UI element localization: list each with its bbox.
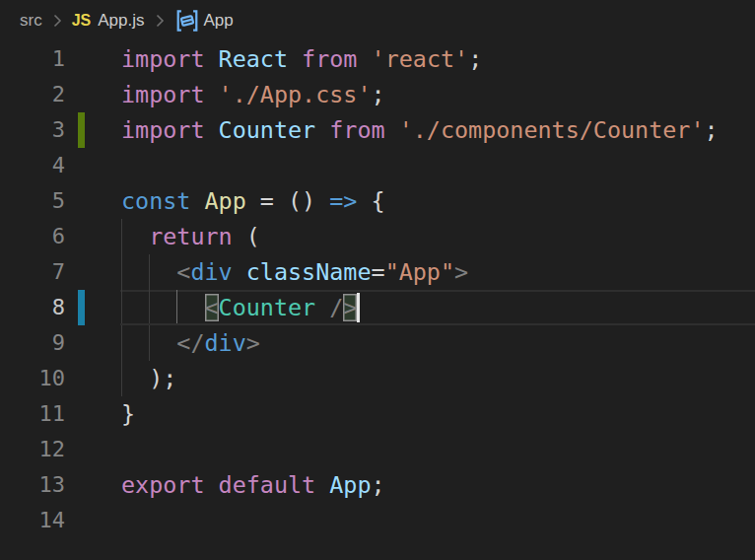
module-symbol-icon bbox=[174, 9, 200, 33]
code-line[interactable]: 9 </div> bbox=[0, 325, 755, 361]
code-line[interactable]: 11} bbox=[0, 396, 755, 432]
line-number[interactable]: 12 bbox=[0, 432, 65, 467]
code-line[interactable]: 7 <div className="App"> bbox=[0, 254, 755, 290]
code-text: } bbox=[121, 396, 135, 432]
line-number[interactable]: 10 bbox=[0, 361, 65, 396]
code-line[interactable]: 6 return ( bbox=[0, 219, 755, 254]
code-text: import Counter from './components/Counte… bbox=[121, 112, 719, 148]
line-number[interactable]: 5 bbox=[0, 183, 65, 219]
line-number[interactable]: 8 bbox=[0, 290, 65, 325]
code-text: const App = () => { bbox=[121, 183, 385, 219]
code-line[interactable]: 1import React from 'react'; bbox=[0, 41, 755, 77]
code-text: return ( bbox=[121, 219, 260, 254]
javascript-file-icon: JS bbox=[72, 12, 92, 30]
code-editor[interactable]: 1import React from 'react';2import './Ap… bbox=[0, 41, 755, 538]
code-text: <Counter /> bbox=[121, 290, 357, 325]
line-number[interactable]: 3 bbox=[0, 112, 65, 148]
code-text: import './App.css'; bbox=[121, 77, 385, 112]
bracket-match-highlight: < bbox=[205, 294, 219, 321]
code-line[interactable]: 8 <Counter /> bbox=[0, 290, 755, 325]
code-text: <div className="App"> bbox=[121, 254, 468, 290]
code-line[interactable]: 10 ); bbox=[0, 361, 755, 396]
code-line[interactable]: 12 bbox=[0, 432, 755, 467]
line-number[interactable]: 11 bbox=[0, 396, 65, 432]
code-text: </div> bbox=[121, 325, 260, 361]
text-cursor bbox=[357, 293, 360, 322]
breadcrumb-item-file[interactable]: App.js bbox=[98, 11, 144, 31]
code-line[interactable]: 2import './App.css'; bbox=[0, 77, 755, 112]
code-text: ); bbox=[121, 361, 176, 396]
breadcrumb: src JS App.js App bbox=[0, 0, 755, 41]
line-number[interactable]: 1 bbox=[0, 41, 65, 77]
breadcrumb-item-src[interactable]: src bbox=[20, 11, 42, 31]
git-modified-indicator[interactable] bbox=[78, 290, 85, 325]
bracket-match-highlight: > bbox=[343, 294, 357, 321]
line-number[interactable]: 7 bbox=[0, 254, 65, 290]
line-number[interactable]: 13 bbox=[0, 467, 65, 503]
code-line[interactable]: 5const App = () => { bbox=[0, 183, 755, 219]
chevron-right-icon bbox=[51, 13, 63, 29]
line-number[interactable]: 9 bbox=[0, 325, 65, 361]
code-line[interactable]: 3import Counter from './components/Count… bbox=[0, 112, 755, 148]
line-number[interactable]: 2 bbox=[0, 77, 65, 112]
breadcrumb-item-symbol[interactable]: App bbox=[204, 11, 234, 31]
code-line[interactable]: 4 bbox=[0, 148, 755, 183]
line-number[interactable]: 4 bbox=[0, 148, 65, 183]
code-line[interactable]: 14 bbox=[0, 503, 755, 538]
code-line[interactable]: 13export default App; bbox=[0, 467, 755, 503]
line-number[interactable]: 14 bbox=[0, 503, 65, 538]
chevron-right-icon bbox=[154, 13, 166, 29]
code-text: export default App; bbox=[121, 467, 385, 503]
git-added-indicator[interactable] bbox=[78, 112, 85, 148]
line-number[interactable]: 6 bbox=[0, 219, 65, 254]
code-text: import React from 'react'; bbox=[121, 41, 482, 77]
